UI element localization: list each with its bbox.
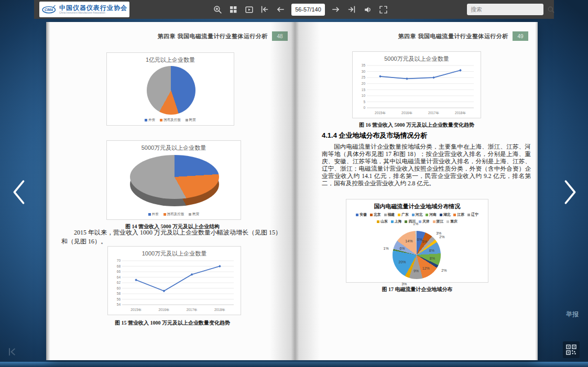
chapter-title: 第四章 我国电磁流量计行业整体运行分析 — [398, 32, 508, 40]
org-name-en: China Instrument Manufacturer Associatio… — [59, 12, 127, 15]
line-plot-fig15: 5456586062646668702015年2016年2017年2018年 — [110, 258, 239, 313]
page-left-header: 第四章 我国电磁流量计行业整体运行分析 48 — [157, 31, 288, 41]
svg-text:2017年: 2017年 — [187, 308, 198, 312]
svg-text:58: 58 — [117, 292, 121, 295]
zoom-in-icon — [213, 5, 222, 14]
chart-fig15: 1000万元及以上企业数量 5456586062646668702015年201… — [107, 246, 241, 315]
next-spread-button[interactable] — [557, 178, 584, 207]
page-right-header: 第四章 我国电磁流量计行业整体运行分析 49 — [398, 31, 528, 41]
slideshow-button[interactable] — [242, 3, 256, 16]
pie3d-top — [130, 155, 219, 199]
svg-text:70: 70 — [117, 259, 121, 262]
pie-percent-label: 3% — [436, 231, 441, 235]
pie-fig17-labels: 6%5%3%2%8%8%2%12%9%3%20%1%6%14%1% — [393, 231, 441, 279]
legend-item: 辽宁 — [467, 212, 478, 217]
chevron-right-icon — [560, 178, 581, 206]
chevron-left-icon — [8, 178, 29, 206]
chart-fig17: 国内电磁流量计企业地域分布情况 安徽北京福建广东河北河南湖北江苏辽宁山东上海四川… — [346, 199, 488, 283]
svg-text:2016年: 2016年 — [401, 111, 412, 115]
pie-percent-label: 2% — [439, 235, 444, 238]
chart-title: 5000万元及以上企业数量 — [353, 55, 481, 63]
pie-percent-label: 6% — [417, 238, 422, 241]
legend-item: 山东 — [377, 219, 388, 224]
next-page-button[interactable] — [329, 3, 343, 16]
legend-swatch — [384, 214, 387, 216]
line-plot-fig16: 051015202530352015年2016年2017年2018年 — [354, 62, 479, 116]
legend-item: 浙江 — [433, 219, 444, 224]
legend-item: 天津 — [419, 219, 430, 224]
pie-fig17-wrap: 6%5%3%2%8%8%2%12%9%3%20%1%6%14%1% — [393, 231, 441, 279]
org-logo[interactable]: CIMA 中国仪器仪表行业协会 China Instrument Manufac… — [39, 2, 129, 17]
pie-percent-label: 8% — [429, 248, 434, 252]
report-link[interactable]: 举报 — [566, 310, 579, 319]
legend-item: 国有及控股 — [164, 212, 184, 217]
page-number-badge: 48 — [272, 31, 288, 41]
svg-text:2017年: 2017年 — [428, 111, 439, 115]
toolbar-tools — [211, 0, 390, 19]
svg-text:2016年: 2016年 — [158, 308, 169, 312]
right-page-paragraph: 国内电磁流量计企业数量按地域分类，主要集中在上海、浙江、江苏、河南等地（具体分布… — [322, 143, 531, 187]
svg-text:15: 15 — [362, 88, 366, 92]
thumbnails-button[interactable] — [226, 3, 240, 16]
svg-text:2018年: 2018年 — [455, 111, 466, 115]
page-number-input[interactable] — [291, 4, 325, 16]
svg-text:2015年: 2015年 — [130, 308, 141, 312]
slideshow-icon — [245, 5, 254, 14]
legend-swatch — [447, 220, 449, 223]
legend-swatch — [398, 214, 400, 216]
svg-text:5: 5 — [363, 100, 365, 104]
pie-percent-label: 20% — [399, 260, 406, 263]
legend-item: 河南 — [426, 212, 437, 217]
first-page-icon — [260, 5, 269, 14]
legend-item: 北京 — [370, 212, 381, 217]
pie-percent-label: 3% — [401, 282, 407, 285]
page-right: 第四章 我国电磁流量计行业整体运行分析 49 5000万元及以上企业数量 051… — [295, 22, 536, 360]
legend-item: 安徽 — [356, 212, 367, 217]
left-page-paragraph: 2015 年以来，营业收入 1000 万元及以上企业数量小幅波动增长（见图 15… — [61, 228, 281, 246]
svg-text:68: 68 — [117, 264, 121, 268]
first-page-icon — [7, 347, 18, 357]
svg-text:60: 60 — [117, 286, 121, 290]
legend-item: 福建 — [384, 212, 395, 217]
svg-text:10: 10 — [362, 94, 366, 97]
search-button[interactable] — [547, 4, 555, 15]
pie-percent-label: 9% — [413, 269, 419, 273]
pie-percent-label: 14% — [405, 239, 412, 243]
top-toolbar: CIMA 中国仪器仪表行业协会 China Instrument Manufac… — [34, 0, 554, 19]
legend-fig13: 外资国有及控股民营 — [107, 118, 234, 123]
chart-title: 1000万元及以上企业数量 — [108, 250, 241, 258]
legend-item: 湖北 — [440, 212, 451, 217]
svg-text:35: 35 — [362, 63, 366, 67]
legend-swatch — [412, 214, 415, 216]
fullscreen-button[interactable] — [376, 3, 390, 16]
prev-page-icon — [276, 5, 285, 14]
caption-fig17: 图 17 电磁流量计企业地域分布 — [339, 286, 496, 293]
last-page-button[interactable] — [345, 3, 358, 16]
qr-share-button[interactable] — [563, 341, 580, 358]
svg-text:20: 20 — [362, 82, 366, 85]
first-page-button[interactable] — [258, 3, 271, 16]
prev-page-button[interactable] — [274, 3, 287, 16]
legend-swatch — [164, 213, 166, 216]
chart-title: 1亿元以上企业数量 — [107, 56, 234, 64]
chapter-title: 第四章 我国电磁流量计行业整体运行分析 — [157, 32, 268, 40]
legend-swatch — [160, 119, 162, 121]
search-input[interactable] — [467, 6, 547, 13]
last-page-icon — [347, 5, 356, 14]
legend-swatch — [433, 220, 435, 223]
legend-swatch — [145, 119, 147, 121]
sound-button[interactable] — [361, 3, 374, 16]
legend-item: 民营 — [186, 118, 196, 123]
svg-text:30: 30 — [362, 70, 366, 73]
svg-text:2018年: 2018年 — [214, 308, 225, 312]
legend-item: 国有及控股 — [160, 118, 181, 123]
prev-spread-button[interactable] — [5, 178, 32, 207]
legend-item: 外资 — [148, 212, 159, 217]
legend-item: 广东 — [398, 212, 409, 217]
chart-fig14: 5000万元及以上企业数量 外资国有及控股民营 — [106, 140, 241, 220]
pie-percent-label: 1% — [413, 222, 418, 226]
first-page-faint-button[interactable] — [7, 347, 18, 357]
zoom-in-button[interactable] — [211, 3, 224, 16]
legend-swatch — [186, 119, 188, 121]
legend-item: 民营 — [189, 212, 199, 217]
